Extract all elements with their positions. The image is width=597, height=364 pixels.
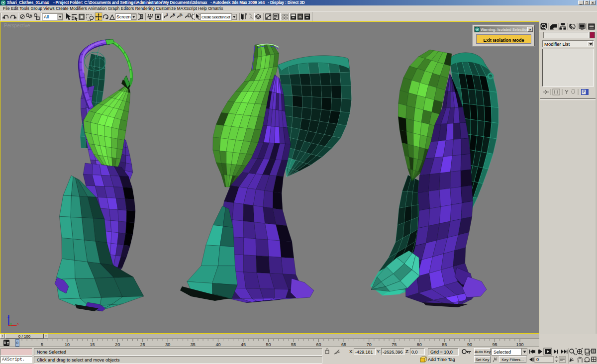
svg-text:60: 60 — [316, 342, 321, 347]
svg-text:∢: ∢ — [173, 13, 175, 16]
svg-text:80: 80 — [417, 342, 422, 347]
svg-text:50: 50 — [266, 342, 271, 347]
svg-text:45: 45 — [241, 342, 246, 347]
svg-text:5: 5 — [41, 342, 43, 347]
svg-text:y: y — [10, 321, 12, 326]
svg-text:0: 0 — [536, 357, 539, 362]
svg-text:20: 20 — [115, 342, 120, 347]
svg-text:100: 100 — [516, 342, 523, 347]
svg-text:25: 25 — [140, 342, 145, 347]
svg-text:Create Selection Set: Create Selection Set — [201, 15, 231, 19]
svg-text:85: 85 — [442, 342, 447, 347]
svg-text:%: % — [180, 13, 183, 16]
svg-text:65: 65 — [341, 342, 346, 347]
svg-text:30: 30 — [165, 342, 170, 347]
svg-text:z: z — [7, 314, 9, 319]
svg-text:70: 70 — [367, 342, 372, 347]
svg-text:40: 40 — [215, 342, 220, 347]
svg-text:3: 3 — [166, 13, 168, 16]
svg-text:90: 90 — [467, 342, 472, 347]
svg-text:All: All — [44, 14, 49, 19]
svg-text:95: 95 — [492, 342, 497, 347]
svg-text:Screen: Screen — [116, 14, 131, 19]
svg-text:x: x — [17, 321, 19, 326]
svg-text:75: 75 — [392, 342, 397, 347]
svg-text:35: 35 — [191, 342, 196, 347]
svg-text:10: 10 — [65, 342, 70, 347]
svg-text:55: 55 — [291, 342, 296, 347]
svg-text:15: 15 — [90, 342, 95, 347]
